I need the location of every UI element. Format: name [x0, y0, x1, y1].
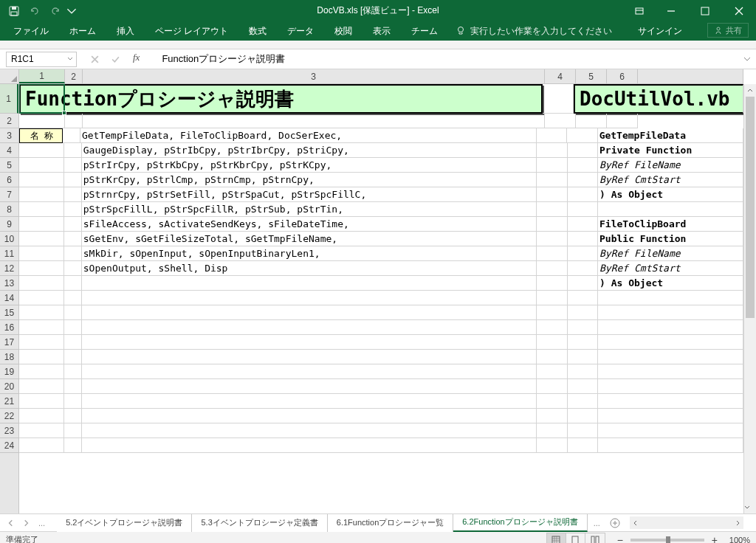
sheet-tab[interactable]: 5.3イベントプロシージャ定義書	[192, 514, 327, 532]
cell[interactable]	[537, 320, 567, 335]
ribbon-display-options[interactable]	[625, 0, 654, 21]
cell[interactable]: ByRef FileName	[598, 246, 743, 261]
row-header[interactable]: 7	[0, 187, 18, 202]
cell[interactable]	[598, 394, 743, 409]
cell[interactable]	[64, 187, 82, 202]
cell[interactable]	[64, 291, 82, 305]
cell[interactable]	[82, 438, 537, 453]
qat-customize[interactable]	[66, 2, 77, 20]
tab-home[interactable]: ホーム	[59, 21, 106, 41]
cell[interactable]	[82, 394, 537, 409]
row-header[interactable]: 9	[0, 217, 18, 232]
cell[interactable]	[568, 409, 598, 423]
vertical-scrollbar[interactable]	[743, 84, 756, 513]
cell[interactable]	[19, 158, 64, 173]
row-header[interactable]: 13	[0, 276, 18, 291]
cell[interactable]	[598, 438, 743, 453]
cell[interactable]	[537, 305, 567, 320]
cell[interactable]	[598, 202, 743, 217]
row-header[interactable]: 19	[0, 364, 18, 379]
cell[interactable]: pStrKrCpy, pStrlCmp, pStrnCmp, pStrnCpy,	[82, 173, 537, 187]
cell[interactable]	[64, 335, 82, 350]
cell[interactable]	[537, 217, 567, 232]
cell[interactable]	[64, 276, 82, 291]
cell[interactable]	[19, 261, 64, 276]
cell[interactable]	[598, 291, 743, 305]
cell[interactable]: ByRef FileName	[598, 158, 743, 173]
cell[interactable]	[537, 202, 567, 217]
cell[interactable]	[545, 114, 576, 128]
cell[interactable]	[537, 364, 567, 379]
cell[interactable]	[19, 364, 64, 379]
cell[interactable]: ByRef CmtStart	[598, 261, 743, 276]
cell[interactable]: Public Function	[598, 232, 743, 246]
zoom-slider-thumb[interactable]	[666, 536, 670, 544]
zoom-level[interactable]: 100%	[729, 536, 750, 544]
name-box-dropdown[interactable]	[64, 52, 76, 66]
row-header[interactable]: 6	[0, 173, 18, 187]
cell[interactable]	[598, 320, 743, 335]
cell[interactable]	[64, 409, 82, 423]
cell[interactable]: ) As Object	[598, 187, 743, 202]
tab-review[interactable]: 校閲	[324, 21, 362, 41]
tell-me-search[interactable]: 実行したい作業を入力してください	[448, 21, 612, 41]
cell[interactable]	[19, 305, 64, 320]
row-header[interactable]: 4	[0, 143, 18, 158]
zoom-slider[interactable]	[630, 539, 704, 542]
tab-team[interactable]: チーム	[401, 21, 448, 41]
row-header[interactable]: 20	[0, 379, 18, 394]
cell[interactable]	[65, 114, 83, 128]
row-header[interactable]: 11	[0, 246, 18, 261]
cell[interactable]	[64, 350, 82, 364]
column-header[interactable]: 5	[576, 69, 607, 83]
tab-page-layout[interactable]: ページ レイアウト	[145, 21, 238, 41]
cell[interactable]	[537, 187, 567, 202]
cell[interactable]	[576, 114, 607, 128]
cell[interactable]: GetTempFileData	[598, 128, 743, 143]
row-header[interactable]: 21	[0, 394, 18, 409]
cell[interactable]	[537, 423, 567, 438]
cell[interactable]	[568, 202, 598, 217]
row-header[interactable]: 18	[0, 350, 18, 364]
cell[interactable]	[19, 217, 64, 232]
cell[interactable]	[537, 394, 567, 409]
row-header[interactable]: 12	[0, 261, 18, 276]
cell[interactable]: sMkDir, sOpenInput, sOpenInputBinaryLen1…	[82, 246, 537, 261]
signin-link[interactable]: サインイン	[630, 21, 690, 41]
cell[interactable]	[598, 423, 743, 438]
cell[interactable]	[568, 246, 598, 261]
sheet-tab[interactable]: 6.1Functionプロシージャー覧	[328, 514, 453, 532]
cell[interactable]	[19, 423, 64, 438]
cell[interactable]	[19, 246, 64, 261]
cell[interactable]	[64, 246, 82, 261]
cell[interactable]	[537, 379, 567, 394]
zoom-in-button[interactable]: +	[709, 534, 721, 544]
column-header[interactable]: 2	[65, 69, 83, 83]
formula-input[interactable]: Functionプロシージャ説明書	[140, 52, 738, 66]
scroll-left-button[interactable]	[630, 516, 642, 529]
cell[interactable]	[568, 158, 598, 173]
cell[interactable]	[537, 409, 567, 423]
cell[interactable]	[568, 305, 598, 320]
share-button[interactable]: 共有	[707, 23, 749, 38]
sheet-more-left[interactable]: ...	[32, 519, 51, 528]
row-header[interactable]: 16	[0, 320, 18, 335]
cell[interactable]: sGetEnv, sGetFileSizeTotal, sGetTmpFileN…	[82, 232, 537, 246]
cell[interactable]	[568, 320, 598, 335]
cell[interactable]	[19, 232, 64, 246]
cell[interactable]	[537, 261, 567, 276]
row-header[interactable]: 1	[0, 84, 18, 114]
tab-formulas[interactable]: 数式	[238, 21, 277, 41]
cell[interactable]	[567, 128, 597, 143]
cell[interactable]	[64, 394, 82, 409]
cell[interactable]	[568, 232, 598, 246]
cell[interactable]: FileToClipBoard	[598, 217, 743, 232]
cell[interactable]	[64, 438, 82, 453]
cell[interactable]	[64, 202, 82, 217]
cell[interactable]: pStrSpcFillL, pStrSpcFillR, pStrSub, pSt…	[82, 202, 537, 217]
normal-view-button[interactable]	[547, 533, 566, 544]
cell[interactable]	[598, 409, 743, 423]
cell[interactable]	[82, 364, 537, 379]
cell[interactable]	[82, 379, 537, 394]
cell[interactable]	[63, 128, 80, 143]
